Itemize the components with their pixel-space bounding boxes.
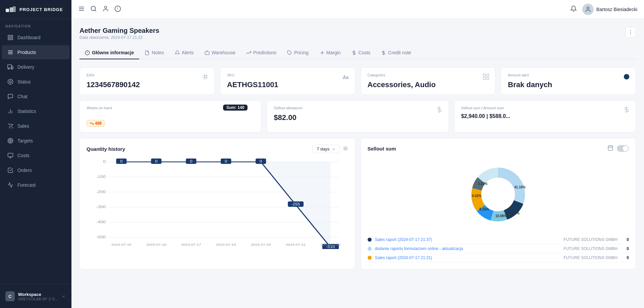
workspace-text: Workspace GREYCOLAB SP. Z O... (18, 292, 58, 301)
card-sellout-value: $82.00 (274, 113, 441, 122)
calendar-icon[interactable] (607, 145, 613, 152)
svg-rect-57 (483, 77, 485, 79)
donut-container: 41.16% 13.95% 10.88% 8.16% 4.42% 3.23% S… (368, 158, 629, 262)
svg-text:Aa: Aa (342, 74, 348, 80)
sidebar-item-orders[interactable]: Orders (2, 163, 69, 177)
chart-menu-icon[interactable] (343, 146, 348, 152)
tab-costs[interactable]: Costs (346, 47, 376, 59)
trend-down-icon (90, 121, 94, 125)
card-categories-label: Categories (368, 73, 489, 77)
app-logo: PROJECT BRIDGE (0, 0, 71, 19)
tab-warehouse[interactable]: Warehouse (199, 47, 241, 59)
chevron-down-icon (61, 294, 66, 299)
logo-icon (5, 6, 16, 13)
sidebar-item-forecast[interactable]: Forecast (2, 178, 69, 192)
dollar2-icon (623, 106, 630, 115)
svg-rect-97 (608, 146, 613, 150)
svg-text:-255: -255 (291, 202, 300, 206)
sidebar-item-dashboard[interactable]: Dashboard (2, 30, 69, 45)
sum-badge: Sum: 140 (223, 105, 248, 111)
svg-point-33 (105, 6, 107, 8)
sidebar-item-targets-label: Targets (17, 138, 33, 143)
svg-text:2024-07-20: 2024-07-20 (251, 243, 271, 246)
product-subtitle: Data utworzenia: 2024-07-17 21:22 (79, 35, 159, 40)
chevron-down-icon (332, 147, 336, 151)
svg-line-32 (95, 10, 96, 11)
card-categories: Categories Accessories, Audio (361, 67, 496, 95)
svg-point-13 (8, 79, 13, 84)
svg-text:2024-07-15: 2024-07-15 (111, 243, 131, 246)
svg-rect-55 (487, 74, 489, 76)
svg-point-37 (587, 7, 589, 9)
sellout-count-0: 0 (624, 237, 629, 242)
sidebar-item-targets[interactable]: Targets (2, 134, 69, 148)
svg-point-24 (10, 140, 11, 141)
workspace-sub: GREYCOLAB SP. Z O... (18, 297, 58, 301)
svg-text:10.88%: 10.88% (495, 214, 507, 218)
sidebar-item-products[interactable]: Products (2, 45, 69, 59)
sidebar-item-products-label: Products (17, 50, 36, 55)
tab-credit-note[interactable]: Credit note (376, 47, 416, 59)
svg-text:0: 0 (103, 160, 106, 164)
workspace-avatar: C (5, 291, 15, 301)
sellout-item-1: dodanie raportu formularzem online - akt… (368, 244, 629, 253)
svg-text:4.42%: 4.42% (472, 194, 481, 198)
sidebar-item-statistics[interactable]: Statistics (2, 104, 69, 118)
sidebar-item-sales[interactable]: Sales (2, 119, 69, 133)
card-sellout-amount-label: Sellout sum | Amount sum (461, 106, 629, 110)
more-options-button[interactable] (625, 27, 636, 38)
svg-text:0: 0 (155, 160, 157, 163)
product-title: Aether Gaming Speakers (79, 27, 159, 35)
sidebar-bottom: C Workspace GREYCOLAB SP. Z O... (0, 284, 71, 308)
card-sellout-label: Sellout allowance (274, 106, 441, 110)
grid-icon (482, 73, 490, 82)
sellout-label-1[interactable]: dodanie raportu formularzem online - akt… (375, 246, 560, 251)
svg-rect-56 (487, 77, 489, 79)
svg-point-58 (624, 74, 630, 80)
svg-rect-6 (11, 38, 13, 40)
sidebar-item-delivery[interactable]: Delivery (2, 60, 69, 74)
card-weeks-on-hand: Weeks on hand Sum: 140 488 (79, 100, 261, 132)
product-header: Aether Gaming Speakers Data utworzenia: … (79, 27, 636, 40)
info-icon[interactable] (114, 5, 121, 13)
svg-point-38 (630, 30, 631, 31)
bell-icon[interactable] (570, 5, 577, 13)
tab-alerts[interactable]: Alerts (169, 47, 199, 59)
sidebar-item-chat[interactable]: Chat (2, 89, 69, 104)
sellout-dot-1 (368, 247, 372, 251)
tab-pricing[interactable]: Pricing (282, 47, 314, 59)
svg-text:0: 0 (225, 160, 227, 163)
days-dropdown[interactable]: 7 days (312, 145, 340, 153)
sellout-label-0[interactable]: Sales raport (2024-07-17 21:37) (375, 237, 560, 242)
workspace-info[interactable]: C Workspace GREYCOLAB SP. Z O... (3, 289, 69, 304)
sidebar-item-orders-label: Orders (17, 168, 32, 173)
sellout-item-2: Sales raport (2024-07-17 21:31) FUTURE S… (368, 253, 629, 262)
sellout-sum-card: Sellout sum (361, 138, 636, 269)
app-name: PROJECT BRIDGE (19, 7, 63, 12)
tab-notes[interactable]: Notes (139, 47, 169, 59)
tab-predictions[interactable]: Predictions (241, 47, 282, 59)
sellout-label-2[interactable]: Sales raport (2024-07-17 21:31) (375, 255, 560, 260)
sidebar-item-dashboard-label: Dashboard (17, 35, 41, 40)
svg-point-21 (12, 128, 13, 128)
person-icon[interactable] (102, 5, 109, 13)
tab-main[interactable]: Główne informacje (79, 47, 139, 59)
svg-text:-300: -300 (96, 205, 106, 209)
sellout-sum-title: Sellout sum (368, 146, 396, 151)
sidebar-item-delivery-label: Delivery (17, 64, 35, 70)
status-dot-icon (623, 73, 630, 82)
quantity-history-title: Quantity history (87, 146, 125, 152)
sidebar-item-forecast-label: Forecast (17, 182, 36, 188)
svg-point-14 (9, 81, 11, 83)
sidebar-item-costs[interactable]: Costs (2, 148, 69, 163)
svg-rect-4 (11, 35, 13, 37)
card-categories-value: Accessories, Audio (368, 80, 489, 89)
sellout-toggle[interactable] (617, 145, 629, 152)
search-icon[interactable] (90, 5, 97, 13)
tab-margin[interactable]: Margin (314, 47, 346, 59)
menu-icon[interactable] (78, 5, 85, 13)
svg-rect-5 (8, 38, 10, 40)
sidebar-item-status[interactable]: Status (2, 75, 69, 89)
card-sku: SKU AETHGS11001 Aa (220, 67, 355, 95)
card-ean: EAN 1234567890142 (79, 67, 215, 95)
